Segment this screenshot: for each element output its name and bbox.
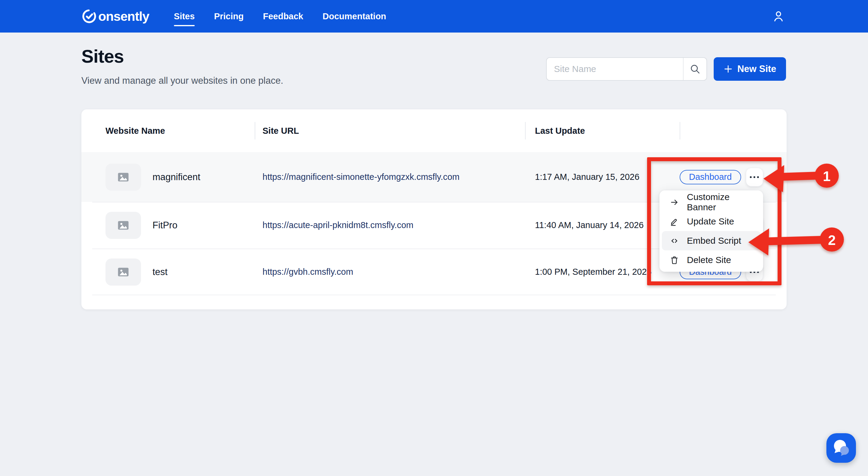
column-header-website-name: Website Name — [82, 109, 255, 152]
nav-item-pricing[interactable]: Pricing — [214, 11, 244, 21]
pencil-icon — [670, 217, 679, 226]
row-actions-dropdown: Customize Banner Update Site Embed Scrip… — [659, 190, 763, 272]
search-icon — [689, 64, 701, 74]
annotation-badge-1: 1 — [823, 168, 831, 184]
new-site-label: New Site — [737, 64, 776, 74]
menu-item-embed-script[interactable]: Embed Script — [662, 231, 761, 250]
row-actions: Dashboard — [680, 168, 786, 187]
site-url-link[interactable]: https://magnificent-simonette-yfomgzxk.c… — [255, 172, 525, 182]
nav-links: Sites Pricing Feedback Documentation — [174, 11, 386, 21]
page-subtitle: View and manage all your websites in one… — [82, 75, 283, 86]
code-icon — [670, 236, 679, 246]
more-options-button[interactable] — [746, 168, 763, 187]
column-divider — [255, 122, 255, 139]
site-url-link[interactable]: https://acute-april-pknidm8t.cmsfly.com — [255, 220, 525, 230]
plus-icon — [723, 64, 733, 74]
trash-icon — [670, 255, 679, 265]
site-thumbnail — [105, 212, 141, 239]
last-update: 11:40 AM, January 14, 2026 — [525, 220, 680, 230]
page-title: Sites — [82, 46, 124, 67]
image-placeholder-icon — [118, 221, 129, 230]
image-placeholder-icon — [118, 172, 129, 182]
brand-check-icon — [82, 8, 97, 24]
new-site-button[interactable]: New Site — [714, 57, 786, 81]
column-divider — [525, 122, 526, 139]
chat-bubbles-icon — [832, 438, 851, 457]
nav-item-feedback[interactable]: Feedback — [263, 11, 303, 21]
site-thumbnail — [105, 164, 141, 191]
website-name-cell: FitPro — [82, 212, 255, 239]
search-input[interactable] — [547, 58, 683, 80]
site-name: magnificent — [153, 172, 200, 183]
last-update: 1:00 PM, September 21, 2025 — [525, 267, 680, 277]
top-navbar: onsently Sites Pricing Feedback Document… — [0, 0, 868, 33]
menu-item-delete-site[interactable]: Delete Site — [662, 250, 761, 269]
brand-logo[interactable]: onsently — [82, 8, 149, 24]
chat-widget-button[interactable] — [827, 433, 856, 463]
column-header-last-update: Last Update — [525, 109, 680, 152]
site-search — [546, 57, 707, 81]
nav-item-sites[interactable]: Sites — [174, 11, 195, 21]
sites-page: onsently Sites Pricing Feedback Document… — [0, 0, 868, 476]
search-button[interactable] — [683, 58, 707, 80]
menu-item-label: Customize Banner — [687, 192, 761, 212]
menu-item-update-site[interactable]: Update Site — [662, 212, 761, 231]
brand-wordmark: onsently — [98, 9, 149, 24]
menu-item-customize-banner[interactable]: Customize Banner — [662, 192, 761, 212]
image-placeholder-icon — [118, 267, 129, 277]
site-thumbnail — [105, 258, 141, 286]
arrow-right-icon — [670, 198, 679, 207]
table-header-row: Website Name Site URL Last Update — [82, 109, 786, 152]
annotation-badge-2: 2 — [828, 232, 836, 248]
dashboard-button[interactable]: Dashboard — [680, 170, 741, 184]
site-url-link[interactable]: https://gvbh.cmsfly.com — [255, 267, 525, 277]
last-update: 1:17 AM, January 15, 2026 — [525, 172, 680, 182]
nav-item-documentation[interactable]: Documentation — [322, 11, 386, 21]
menu-item-label: Embed Script — [687, 235, 741, 246]
website-name-cell: test — [82, 258, 255, 286]
site-name: FitPro — [153, 220, 178, 231]
menu-item-label: Delete Site — [687, 255, 731, 265]
column-header-actions — [680, 109, 786, 152]
column-divider — [680, 122, 680, 139]
site-name: test — [153, 266, 167, 278]
user-avatar-icon[interactable] — [772, 9, 785, 23]
menu-item-label: Update Site — [687, 216, 734, 227]
website-name-cell: magnificent — [82, 164, 255, 191]
column-header-site-url: Site URL — [255, 109, 525, 152]
